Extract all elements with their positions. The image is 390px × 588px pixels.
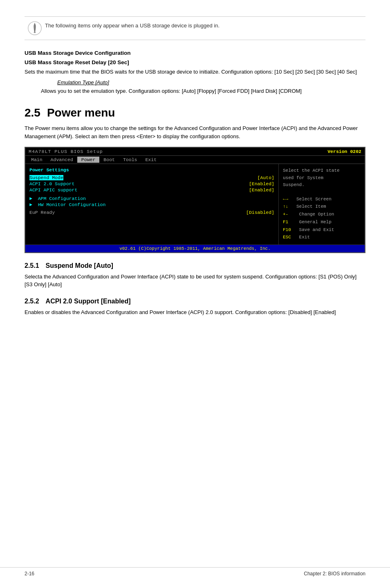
bios-header: M4A78LT PLUS BIOS Setup Version 0202 — [25, 148, 365, 156]
subsec-2-5-1-title: 2.5.1Suspend Mode [Auto] — [25, 262, 365, 269]
notice-icon — [25, 21, 45, 36]
usb-reset-delay-heading: USB Mass Storage Reset Delay [20 Sec] — [25, 59, 365, 65]
bios-key-hint-item: ↑↓ Select Item — [283, 203, 361, 211]
bios-right-help: Select the ACPI stateused for SystemSusp… — [283, 167, 361, 189]
bios-right-keys: ←→ Select Screen ↑↓ Select Item +- Chang… — [283, 195, 361, 241]
emulation-label: Emulation Type [Auto] — [57, 79, 365, 85]
bios-footer: v02.61 (C)Copyright 1985-2011, American … — [25, 245, 365, 252]
bios-submenu-apm[interactable]: ► APM Configuration — [29, 196, 274, 201]
bios-menu-tools[interactable]: Tools — [119, 157, 141, 163]
subsec-2-5-2-body: Enables or disables the Advanced Configu… — [25, 308, 365, 316]
bios-row-acpi-apic[interactable]: ACPI APIC support [Enabled] — [29, 187, 274, 193]
subsec-2-5-1-label: Suspend Mode [Auto] — [46, 262, 113, 269]
emulation-block: Emulation Type [Auto] Allows you to set … — [41, 79, 365, 95]
bios-menu-exit[interactable]: Exit — [141, 157, 161, 163]
power-section-num: 2.5 — [25, 106, 40, 119]
notice-text: The following items only appear when a U… — [45, 21, 220, 29]
subsec-2-5-2-title: 2.5.2ACPI 2.0 Support [Enabled] — [25, 298, 365, 305]
bios-menu-boot[interactable]: Boot — [99, 157, 119, 163]
bios-section-label: Power Settings — [29, 167, 274, 173]
bios-submenus: ► APM Configuration ► HW Monitor Configu… — [29, 196, 274, 207]
usb-section-heading: USB Mass Storage Device Configuration — [25, 50, 365, 56]
bios-content: Power Settings Suspend Mode [Auto] ACPI … — [25, 164, 365, 245]
bios-right-panel: Select the ACPI stateused for SystemSusp… — [279, 164, 365, 245]
bios-submenu-hw[interactable]: ► HW Monitor Configuration — [29, 202, 274, 207]
bios-menu-bar: Main Advanced Power Boot Tools Exit — [25, 156, 365, 164]
power-section-body: The Power menu items allow you to change… — [25, 124, 365, 140]
page-footer: 2-16 Chapter 2: BIOS information — [0, 567, 390, 580]
bios-header-title: M4A78LT PLUS BIOS Setup — [29, 149, 103, 154]
bios-left-panel: Power Settings Suspend Mode [Auto] ACPI … — [25, 164, 279, 245]
power-section-label: Power menu — [47, 106, 115, 119]
bios-screenshot: M4A78LT PLUS BIOS Setup Version 0202 Mai… — [25, 147, 365, 253]
bios-val-eup: [Disabled] — [246, 210, 274, 215]
power-section-title: 2.5 Power menu — [25, 106, 365, 119]
bios-version: Version 0202 — [327, 149, 361, 154]
subsec-2-5-2: 2.5.2ACPI 2.0 Support [Enabled] Enables … — [25, 298, 365, 316]
bios-val-acpi-apic: [Enabled] — [249, 187, 274, 193]
subsec-2-5-1: 2.5.1Suspend Mode [Auto] Selecta the Adv… — [25, 262, 365, 289]
bios-key-hint-f10: F10 Save and Exit — [283, 226, 361, 234]
bios-key-acpi20: ACPI 2.0 Support — [29, 181, 74, 186]
subsec-2-5-1-num: 2.5.1 — [25, 262, 39, 269]
bios-val-acpi20: [Enabled] — [249, 181, 274, 186]
footer-chapter-label: Chapter 2: BIOS information — [304, 571, 365, 577]
emulation-body: Allows you to set the emulation type. Co… — [41, 87, 365, 95]
bios-val-suspend: [Auto] — [258, 175, 274, 180]
bios-row-eup[interactable]: EuP Ready [Disabled] — [29, 210, 274, 215]
subsec-2-5-1-body: Selecta the Advanced Configuration and P… — [25, 273, 365, 289]
bios-menu-power[interactable]: Power — [77, 157, 100, 163]
bios-key-hint-screen: ←→ Select Screen — [283, 195, 361, 203]
bios-key-eup: EuP Ready — [29, 210, 55, 215]
bios-key-hint-f1: F1 General Help — [283, 218, 361, 226]
bios-row-acpi20[interactable]: ACPI 2.0 Support [Enabled] — [29, 181, 274, 186]
bios-row-suspend[interactable]: Suspend Mode [Auto] — [29, 175, 274, 180]
bios-menu-main[interactable]: Main — [27, 157, 47, 163]
usb-reset-delay-body: Sets the maximum time that the BIOS wait… — [25, 68, 365, 76]
bios-key-hint-esc: ESC Exit — [283, 233, 361, 241]
subsec-2-5-2-label: ACPI 2.0 Support [Enabled] — [46, 298, 131, 305]
power-section: 2.5 Power menu The Power menu items allo… — [25, 106, 365, 316]
subsec-2-5-2-num: 2.5.2 — [25, 298, 39, 305]
bios-key-suspend: Suspend Mode — [29, 175, 63, 180]
usb-section: USB Mass Storage Device Configuration US… — [25, 50, 365, 95]
notice-box: The following items only appear when a U… — [25, 16, 365, 40]
bios-key-acpi-apic: ACPI APIC support — [29, 187, 77, 193]
bios-menu-advanced[interactable]: Advanced — [47, 157, 77, 163]
footer-page-number: 2-16 — [25, 571, 34, 577]
bios-key-hint-option: +- Change Option — [283, 211, 361, 218]
